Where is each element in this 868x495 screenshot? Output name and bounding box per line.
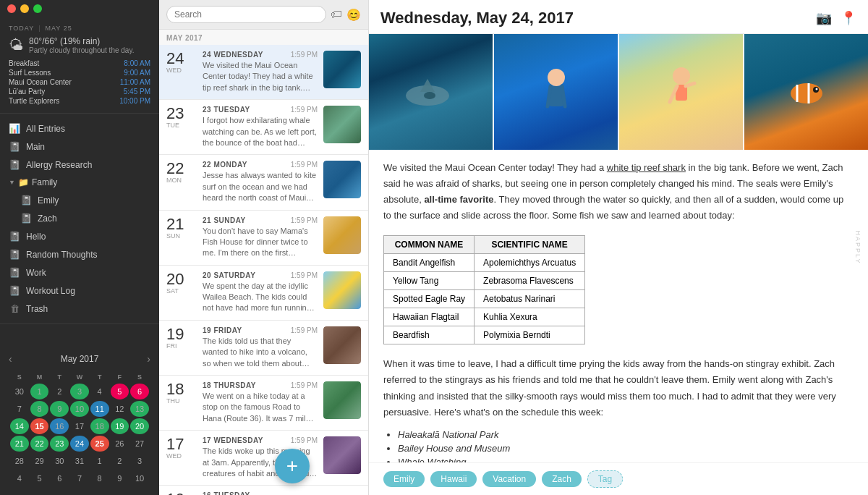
entry-header: 21 SUNDAY 1:59 PM [203,216,318,224]
cal-day[interactable]: 5 [111,384,129,399]
entry-item[interactable]: 24 WED 24 WEDNESDAY 1:59 PM We visited t… [159,45,368,100]
location-icon[interactable]: 📍 [841,10,856,26]
camera-icon[interactable]: 📷 [816,10,832,26]
month-year-label: MAY 2017 [159,30,368,45]
cal-day[interactable]: 10 [130,470,149,486]
zach-icon: 📓 [20,213,32,224]
cal-day[interactable]: 30 [10,384,29,399]
tag-zach[interactable]: Zach [542,471,582,487]
random-thoughts-icon: 📓 [9,249,20,260]
cal-day[interactable]: 9 [50,401,69,417]
new-entry-button[interactable]: + [275,449,310,483]
entry-item[interactable]: 21 SUN 21 SUNDAY 1:59 PM You don't have … [159,211,368,266]
nav-zach[interactable]: 📓 Zach [0,209,159,227]
cal-day[interactable]: 3 [130,453,149,469]
tag-filter-icon[interactable]: 🏷 [331,8,342,22]
nav-hello[interactable]: 📓 Hello [0,227,159,245]
cal-day[interactable]: 6 [130,384,149,399]
nav-all-entries[interactable]: 📊 All Entries [0,119,159,138]
tag-add-button[interactable]: Tag [587,470,623,488]
emily-icon: 📓 [20,195,32,206]
entry-content: 22 MONDAY 1:59 PM Jesse has always wante… [203,161,318,203]
cal-day[interactable]: 24 [70,436,89,452]
cal-day[interactable]: 9 [111,470,129,486]
cal-day[interactable]: 8 [90,470,109,486]
cal-day[interactable]: 17 [70,418,89,434]
cal-day[interactable]: 6 [50,470,69,486]
cal-day[interactable]: 7 [10,401,29,417]
cal-day[interactable]: 7 [70,470,89,486]
cal-day[interactable]: 16 [50,418,69,434]
tag-hawaii[interactable]: Hawaii [430,471,477,487]
cal-day[interactable]: 14 [10,418,29,434]
cal-day[interactable]: 4 [10,470,29,486]
cal-day[interactable]: 5 [30,470,49,486]
nav-trash[interactable]: 🗑 Trash [0,300,159,318]
mood-filter-icon[interactable]: 😊 [346,8,361,22]
cal-day[interactable]: 26 [111,436,129,452]
entry-item[interactable]: 17 WED 17 WEDNESDAY 1:59 PM The kids wok… [159,431,368,486]
cal-day[interactable]: 3 [70,384,89,399]
cal-day[interactable]: 10 [70,401,89,417]
cal-day[interactable]: 12 [111,401,129,417]
weather-icon: 🌤 [9,37,23,54]
search-input[interactable] [166,6,326,23]
entry-item[interactable]: 23 TUE 23 TUESDAY 1:59 PM I forgot how e… [159,100,368,155]
maximize-button[interactable] [33,4,42,13]
cal-today[interactable]: 25 [90,436,109,452]
schedule-item: Maui Ocean Center11:00 AM [9,77,150,87]
entry-header: 19 FRIDAY 1:59 PM [203,326,318,334]
cal-day[interactable]: 2 [111,453,129,469]
nav-workout-log[interactable]: 📓 Workout Log [0,282,159,300]
entry-content: 16 TUESDAY This is the first time the ki… [203,491,361,495]
calendar-header: ‹ May 2017 › [9,353,150,365]
cal-day[interactable]: 15 [30,418,49,434]
cal-day[interactable]: 30 [50,453,69,469]
cal-next-button[interactable]: › [147,353,150,365]
cal-day[interactable]: 18 [90,418,109,434]
hello-icon: 📓 [9,231,20,242]
entry-item[interactable]: 22 MON 22 MONDAY 1:59 PM Jesse has alway… [159,155,368,210]
cal-day[interactable]: 1 [90,453,109,469]
cal-day[interactable]: 22 [30,436,49,452]
minimize-button[interactable] [20,4,29,13]
close-button[interactable] [7,4,16,13]
cal-day[interactable]: 27 [130,436,149,452]
cal-day[interactable]: 4 [90,384,109,399]
trash-icon: 🗑 [9,303,20,314]
nav-work[interactable]: 📓 Work [0,263,159,282]
entry-item[interactable]: 19 FRI 19 FRIDAY 1:59 PM The kids told u… [159,321,368,376]
tag-vacation[interactable]: Vacation [482,471,536,487]
svg-line-10 [686,83,694,86]
cal-day[interactable]: 23 [50,436,69,452]
cal-prev-button[interactable]: ‹ [9,353,12,365]
table-row: Spotted Eagle Ray Aetobatus Narinari [384,290,585,308]
cal-day[interactable]: 31 [70,453,89,469]
cal-day[interactable]: 8 [30,401,49,417]
table-header-scientific: SCIENTIFIC NAME [475,236,585,254]
cal-day[interactable]: 21 [10,436,29,452]
cal-day[interactable]: 19 [111,418,129,434]
photo-shark [369,34,493,150]
nav-allergy-research[interactable]: 📓 Allergy Research [0,156,159,174]
cal-day[interactable]: 29 [30,453,49,469]
cal-day[interactable]: 28 [10,453,29,469]
nav-label: Family [32,177,57,187]
nav-random-thoughts[interactable]: 📓 Random Thoughts [0,245,159,263]
bullet-list: Haleakalā National Park Bailey House and… [383,429,854,462]
entry-item[interactable]: 16 TUE 16 TUESDAY This is the first time… [159,486,368,495]
cal-day-header: T [50,372,69,382]
cal-day[interactable]: 20 [130,418,149,434]
entry-header: 18 THURSDAY 1:59 PM [203,381,318,389]
entry-item[interactable]: 20 SAT 20 SATURDAY 1:59 PM We spent the … [159,266,368,321]
cal-day[interactable]: 11 [90,401,109,417]
tag-emily[interactable]: Emily [383,471,425,487]
weather-section: TODAY | MAY 25 🌤 80°/66° (19% rain) Part… [0,17,159,114]
entry-item[interactable]: 18 THU 18 THURSDAY 1:59 PM We went on a … [159,376,368,431]
nav-main[interactable]: 📓 Main [0,138,159,156]
nav-family-group[interactable]: ▼ 📁 Family [0,174,159,191]
nav-emily[interactable]: 📓 Emily [0,191,159,209]
cal-day[interactable]: 13 [130,401,149,417]
cal-day[interactable]: 2 [50,384,69,399]
cal-day[interactable]: 1 [30,384,49,399]
